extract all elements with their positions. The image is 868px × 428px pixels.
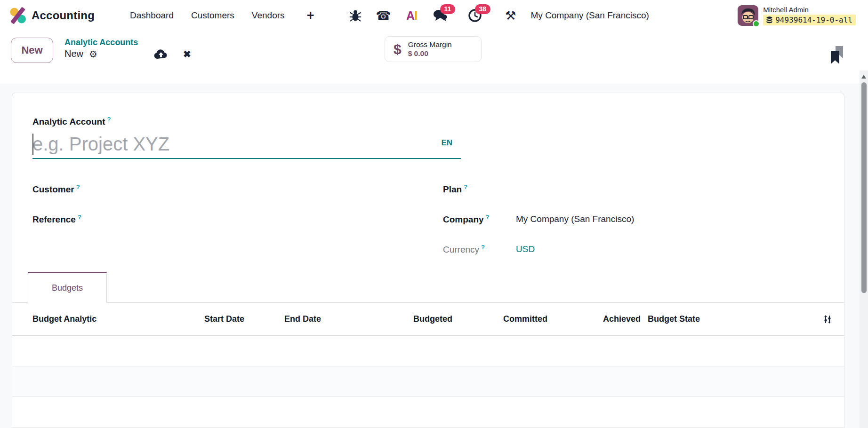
reference-field-label: Reference?	[32, 214, 105, 225]
tools-icon: ⚒	[505, 9, 516, 22]
company-field-value[interactable]: My Company (San Francisco)	[516, 214, 634, 224]
plan-field-label: Plan?	[443, 183, 516, 195]
bookmark-icon	[831, 46, 844, 64]
user-menu[interactable]: Mitchell Admin 94939614-19-0-all	[738, 5, 856, 26]
help-icon: ?	[107, 116, 111, 123]
currency-label-text: Currency	[443, 245, 479, 254]
debug-button[interactable]	[348, 8, 362, 23]
translation-lang-button[interactable]: EN	[441, 138, 452, 148]
accounting-app-icon	[9, 7, 26, 24]
breadcrumb-current: New	[64, 48, 83, 59]
ai-icon: AI	[406, 9, 417, 23]
menu-customers[interactable]: Customers	[191, 10, 234, 21]
scroll-up-arrow-icon[interactable]	[861, 75, 866, 79]
activities-count-badge: 38	[475, 4, 491, 14]
database-name: 94939614-19-0-all	[775, 16, 852, 24]
name-input[interactable]	[32, 134, 409, 155]
database-icon	[766, 16, 772, 24]
budgets-table: Budget Analytic Start Date End Date Budg…	[12, 303, 844, 428]
main-menu: Dashboard Customers Vendors	[130, 10, 285, 21]
gear-icon[interactable]: ⚙	[89, 49, 97, 59]
menu-dashboard[interactable]: Dashboard	[130, 10, 174, 21]
ai-button[interactable]: AI	[405, 8, 419, 23]
tools-button[interactable]: ⚒	[504, 8, 518, 23]
save-cloud-icon[interactable]	[154, 49, 168, 59]
breadcrumb: Analytic Accounts New ⚙ ✖	[64, 38, 191, 59]
database-chip: 94939614-19-0-all	[763, 15, 856, 25]
menu-vendors[interactable]: Vendors	[252, 10, 285, 21]
new-button[interactable]: New	[11, 38, 53, 63]
stat-value: $ 0.00	[408, 49, 428, 58]
avatar	[738, 5, 758, 26]
systray: + ☎ AI 11	[304, 8, 518, 23]
customer-label-text: Customer	[32, 184, 74, 194]
col-committed[interactable]: Committed	[452, 314, 547, 324]
reference-label-text: Reference	[32, 214, 76, 224]
company-switcher[interactable]: My Company (San Francisco)	[531, 10, 649, 21]
name-field-label-text: Analytic Account	[32, 117, 105, 127]
help-icon: ?	[486, 214, 490, 221]
vertical-scrollbar[interactable]	[860, 71, 868, 428]
name-input-wrap: EN	[32, 130, 461, 159]
messages-button[interactable]: 11	[433, 8, 447, 23]
messages-count-badge: 11	[440, 4, 456, 14]
breadcrumb-parent[interactable]: Analytic Accounts	[64, 38, 191, 48]
user-name: Mitchell Admin	[763, 6, 856, 14]
col-budget-analytic[interactable]: Budget Analytic	[12, 314, 201, 324]
bug-icon	[349, 9, 362, 22]
voip-button[interactable]: ☎	[377, 8, 391, 23]
phone-icon: ☎	[376, 9, 391, 22]
plan-label-text: Plan	[443, 184, 462, 194]
help-icon: ?	[464, 183, 467, 190]
form-view: Analytic Account? EN Customer? Plan?	[0, 84, 868, 428]
dollar-icon: $	[394, 42, 402, 56]
control-panel: New Analytic Accounts New ⚙ ✖ $ Gross Ma…	[0, 31, 868, 84]
online-status-dot	[753, 20, 760, 27]
field-grid: Customer? Plan? Reference?	[32, 174, 824, 264]
activities-button[interactable]: 38	[468, 8, 482, 23]
company-field-label: Company?	[443, 214, 516, 225]
add-menu-button[interactable]: +	[304, 8, 318, 23]
table-row[interactable]	[12, 397, 844, 428]
gross-margin-stat-button[interactable]: $ Gross Margin $ 0.00	[385, 36, 482, 62]
help-icon: ?	[481, 244, 485, 251]
plus-icon: +	[307, 9, 314, 22]
optional-columns-icon[interactable]	[823, 315, 832, 324]
help-icon: ?	[76, 183, 80, 190]
currency-field-value[interactable]: USD	[516, 244, 535, 254]
help-icon: ?	[78, 214, 81, 221]
col-end-date[interactable]: End Date	[273, 314, 363, 324]
tab-budgets[interactable]: Budgets	[28, 272, 107, 303]
col-achieved[interactable]: Achieved	[547, 314, 641, 324]
col-budgeted[interactable]: Budgeted	[363, 314, 452, 324]
table-row[interactable]	[12, 366, 844, 397]
name-field-label: Analytic Account?	[32, 116, 824, 127]
app-brand[interactable]: Accounting	[9, 7, 95, 24]
form-sheet: Analytic Account? EN Customer? Plan?	[12, 93, 844, 428]
table-row[interactable]	[12, 336, 844, 366]
discard-icon[interactable]: ✖	[183, 49, 191, 59]
scrollbar-thumb[interactable]	[861, 82, 867, 293]
notebook-tabs: Budgets	[12, 272, 844, 303]
app-title: Accounting	[32, 9, 95, 22]
budgets-table-header: Budget Analytic Start Date End Date Budg…	[12, 303, 844, 336]
stat-label: Gross Margin	[408, 40, 452, 49]
company-label-text: Company	[443, 214, 484, 224]
currency-field-label: Currency?	[443, 244, 516, 255]
top-navbar: Accounting Dashboard Customers Vendors +…	[0, 0, 868, 31]
text-caret	[32, 134, 33, 155]
col-budget-state[interactable]: Budget State	[641, 314, 810, 324]
bookmark-button[interactable]	[831, 46, 844, 66]
customer-field-label: Customer?	[32, 183, 105, 195]
col-start-date[interactable]: Start Date	[201, 314, 273, 324]
